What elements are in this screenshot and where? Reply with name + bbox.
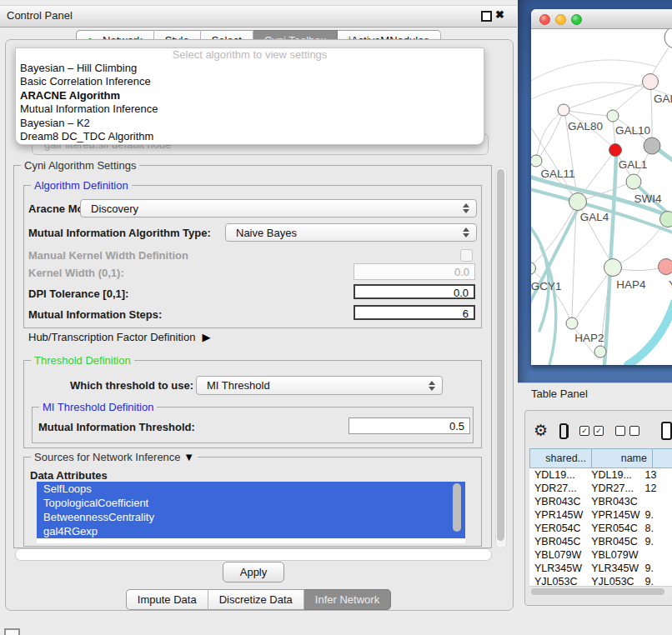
network-node-gal10[interactable]: [607, 110, 619, 122]
network-node[interactable]: [609, 144, 622, 157]
table-row[interactable]: YBL079WYBL079W: [529, 548, 672, 562]
data-attributes-list[interactable]: SelfLoopsTopologicalCoefficientBetweenne…: [37, 482, 465, 543]
network-node[interactable]: [594, 346, 606, 358]
control-panel-titlebar: [0, 5, 517, 28]
table-panel-title: Table Panel: [531, 388, 588, 400]
network-edge[interactable]: [619, 219, 668, 263]
network-node-hap4[interactable]: [604, 259, 622, 277]
table-row[interactable]: YDL19...YDL19...13: [529, 468, 672, 482]
algorithm-option-bayesian-k2[interactable]: Bayesian – K2: [16, 117, 484, 130]
network-canvas[interactable]: GAL2GAL80GAL10GAL11GAL1GAL4SWI4GCY1HAP4Y…: [531, 29, 672, 365]
table-row[interactable]: YER054CYER054C8.: [529, 522, 672, 535]
table-cell: YBR045C: [586, 535, 641, 548]
close-window-button[interactable]: [539, 14, 550, 25]
mi-threshold-field[interactable]: 0.5: [349, 418, 470, 434]
dpi-tolerance-field[interactable]: 0.0: [354, 284, 475, 299]
kernel-width-field[interactable]: 0.0: [354, 263, 475, 280]
aracne-mode-value: Discovery: [81, 202, 459, 215]
algorithm-option-aracne-algorithm[interactable]: ARACNE Algorithm: [16, 89, 484, 102]
sources-title-text: Sources for Network Inference: [34, 451, 181, 463]
algorithm-option-mutual-information-inference[interactable]: Mutual Information Inference: [16, 102, 484, 116]
settings-horizontal-scrollbar[interactable]: [15, 548, 492, 561]
unchecked-boxes-icon[interactable]: [615, 426, 625, 436]
which-threshold-label: Which threshold to use:: [70, 377, 193, 395]
zoom-window-button[interactable]: [571, 14, 582, 25]
manual-kernel-checkbox[interactable]: [460, 249, 473, 262]
network-edge[interactable]: [564, 110, 608, 116]
hub-definition-expander[interactable]: Hub/Transcription Factor Definition ▶: [28, 331, 210, 343]
network-graph: GAL2GAL80GAL10GAL11GAL1GAL4SWI4GCY1HAP4Y…: [531, 29, 672, 365]
network-view-window[interactable]: GAL2GAL80GAL10GAL11GAL1GAL4SWI4GCY1HAP4Y…: [531, 9, 672, 365]
network-node-swi4[interactable]: [660, 212, 672, 228]
hub-definition-label: Hub/Transcription Factor Definition: [28, 331, 195, 343]
table-row[interactable]: YBR043CYBR043C: [529, 495, 672, 508]
network-edge[interactable]: [539, 110, 564, 158]
partial-table-icon[interactable]: [661, 422, 672, 440]
network-node[interactable]: [644, 138, 660, 154]
close-panel-button[interactable]: ✖: [495, 7, 504, 23]
table-row[interactable]: YLR345WYLR345W9.: [529, 562, 672, 575]
table-row[interactable]: YBR045CYBR045C9.: [529, 535, 672, 548]
minimize-window-button[interactable]: [555, 14, 566, 25]
table-cell: YDR27...: [529, 482, 586, 495]
network-edge[interactable]: [572, 209, 576, 319]
mode-tab-discretize-data[interactable]: Discretize Data: [208, 589, 304, 610]
checked-boxes-icon[interactable]: ✓: [594, 426, 604, 436]
mode-tab-infer-network[interactable]: Infer Network: [304, 589, 391, 610]
network-edge[interactable]: [650, 82, 652, 138]
minimized-panel-icon[interactable]: [4, 628, 20, 635]
traffic-lights: [539, 13, 587, 28]
network-node-gal80[interactable]: [558, 104, 569, 116]
dpi-tolerance-label: DPI Tolerance [0,1]:: [28, 285, 128, 303]
collapse-down-icon[interactable]: ▼: [183, 451, 194, 463]
network-node[interactable]: [664, 29, 672, 48]
mode-tab-impute-data[interactable]: Impute Data: [126, 589, 208, 610]
network-node-gal1[interactable]: [626, 174, 641, 189]
table-cell: YBL079W: [586, 548, 641, 562]
mi-threshold-group-title: MI Threshold Definition: [39, 401, 157, 413]
column-header-name[interactable]: name: [592, 448, 653, 468]
column-header-shared[interactable]: shared...: [529, 448, 592, 468]
network-edge[interactable]: [531, 60, 656, 81]
network-node-hap2[interactable]: [566, 318, 578, 329]
checked-boxes-icon[interactable]: ✓: [579, 426, 589, 436]
node-label-gal80: GAL80: [568, 120, 603, 132]
algorithm-option-basic-correlation-inference[interactable]: Basic Correlation Inference: [16, 75, 484, 88]
network-edge[interactable]: [658, 149, 672, 166]
attribute-item-gal4rgexp[interactable]: gal4RGexp: [37, 524, 465, 538]
network-edge[interactable]: [581, 150, 615, 196]
network-node-y[interactable]: [659, 259, 672, 275]
mi-type-combo[interactable]: Naive Bayes: [225, 223, 477, 242]
mi-steps-field[interactable]: 6: [354, 305, 475, 320]
network-node-gal11[interactable]: [531, 155, 542, 167]
aracne-mode-combo[interactable]: Discovery: [80, 199, 477, 218]
network-node-gal4[interactable]: [569, 193, 587, 211]
manual-kernel-label: Manual Kernel Width Definition: [28, 247, 188, 265]
gear-icon[interactable]: ⚙: [534, 420, 548, 442]
sources-group-title: Sources for Network Inference ▼: [31, 451, 198, 463]
apply-button[interactable]: Apply: [223, 562, 284, 582]
network-edge[interactable]: [541, 248, 556, 365]
network-edge[interactable]: [628, 302, 672, 365]
list-vertical-scrollbar[interactable]: [453, 483, 461, 537]
attribute-item-selfloops[interactable]: SelfLoops: [37, 482, 465, 496]
table-row[interactable]: YJL053CYJL053C9.: [529, 575, 672, 586]
table-row[interactable]: YPR145WYPR145W9.: [529, 508, 672, 522]
checked-boxes-icon[interactable]: ✓✓: [579, 426, 604, 436]
unchecked-boxes-icon[interactable]: [629, 426, 639, 436]
unchecked-boxes-icon[interactable]: [615, 426, 639, 436]
columns-icon[interactable]: [559, 423, 568, 439]
algorithm-option-bayesian-hill-climbing[interactable]: Bayesian – Hill Climbing: [16, 62, 484, 75]
float-panel-button[interactable]: [481, 11, 492, 22]
threshold-combo[interactable]: MI Threshold: [196, 376, 443, 395]
column-header-clipped[interactable]: [653, 448, 672, 468]
settings-vertical-scrollbar[interactable]: [495, 167, 507, 548]
attribute-item-betweennesscentrality[interactable]: BetweennessCentrality: [37, 510, 465, 524]
table-cell: [642, 548, 672, 562]
table-horizontal-scrollbar[interactable]: [529, 586, 672, 597]
network-node-gal2[interactable]: [643, 74, 659, 90]
table-row[interactable]: YDR27...YDR27...12: [529, 482, 672, 495]
attribute-item-topologicalcoefficient[interactable]: TopologicalCoefficient: [37, 496, 465, 510]
algorithm-option-dream8-dc-tdc-algorithm[interactable]: Dream8 DC_TDC Algorithm: [16, 130, 484, 143]
network-window-titlebar[interactable]: [531, 9, 672, 29]
